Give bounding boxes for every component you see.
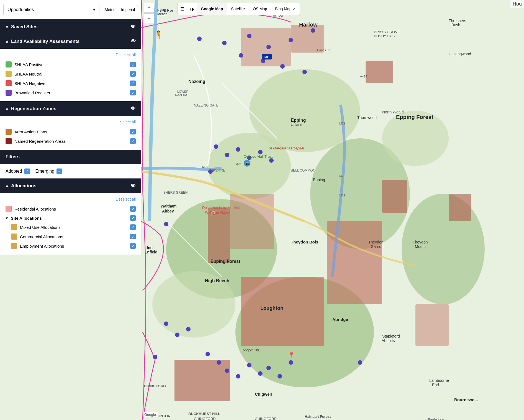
satellite-button[interactable]: Satellite <box>227 3 249 15</box>
svg-text:Upland: Upland <box>291 123 302 127</box>
commercial-allocations-item: Commercial Allocations ✓ <box>6 232 136 241</box>
svg-point-22 <box>247 34 251 38</box>
shlaa-positive-checkbox[interactable]: ✓ <box>130 62 136 67</box>
regeneration-zones-select-all[interactable]: Select all <box>6 120 136 124</box>
svg-point-37 <box>164 222 168 226</box>
svg-text:Epping Forest: Epping Forest <box>210 259 240 264</box>
svg-rect-19 <box>449 194 471 221</box>
allocations-visibility-icon[interactable]: 👁 <box>131 183 136 189</box>
zoom-out-button[interactable]: − <box>144 13 154 23</box>
bing-map-button[interactable]: Bing Map ↗ <box>271 3 300 15</box>
residential-allocations-color <box>6 206 12 212</box>
shlaa-positive-color <box>6 61 12 68</box>
residential-allocations-checkbox[interactable]: ✓ <box>130 206 136 212</box>
allocations-deselect-all[interactable]: Deselect all <box>6 197 136 201</box>
site-allocations-checkbox[interactable]: ✓ <box>130 215 136 221</box>
shlaa-neutral-checkbox[interactable]: ✓ <box>130 71 136 77</box>
land-availability-header[interactable]: ∧ Land Availability Assessments 👁 <box>0 34 141 49</box>
brownfield-register-checkbox[interactable]: ✓ <box>130 90 136 95</box>
svg-text:Meads: Meads <box>157 12 167 16</box>
svg-point-51 <box>358 360 362 365</box>
svg-rect-17 <box>415 304 449 346</box>
svg-point-44 <box>266 366 271 370</box>
allocations-chevron-icon: ∧ <box>6 184 8 188</box>
svg-text:📍: 📍 <box>288 352 295 358</box>
regeneration-zones-content: Select all Area Action Plans ✓ Named Reg… <box>0 116 141 150</box>
contrast-button[interactable]: ◑ <box>187 3 197 15</box>
area-action-plans-color <box>6 129 12 135</box>
metric-button[interactable]: Metric <box>102 5 118 14</box>
commercial-label: Commercial Allocations <box>20 234 63 239</box>
svg-point-39 <box>217 360 221 365</box>
regeneration-zones-header[interactable]: ∧ Regeneration Zones 👁 <box>0 101 141 116</box>
shlaa-neutral-item: SHLAA Neutral ✓ <box>6 69 136 79</box>
saved-sites-header[interactable]: ∨ Saved Sites 👁 <box>0 19 141 34</box>
shlaa-positive-label: SHLAA Positive <box>14 62 43 67</box>
svg-text:Lambourne: Lambourne <box>429 378 449 383</box>
svg-point-47 <box>153 355 157 359</box>
zoom-in-button[interactable]: + <box>144 3 154 13</box>
emerging-filter-item: Emerging ✓ <box>35 168 62 174</box>
imperial-button[interactable]: Imperial <box>118 5 138 14</box>
svg-text:Theydon: Theydon <box>413 240 428 244</box>
shlaa-negative-checkbox[interactable]: ✓ <box>130 81 136 86</box>
regeneration-zones-visibility-icon[interactable]: 👁 <box>131 106 136 112</box>
svg-rect-11 <box>366 61 393 83</box>
adopted-checkbox[interactable]: ✓ <box>24 168 30 174</box>
site-allocations-label: Site Allocations <box>11 216 42 221</box>
named-regeneration-checkbox[interactable]: ✓ <box>130 138 136 144</box>
svg-text:🏨: 🏨 <box>210 210 216 216</box>
svg-point-41 <box>236 374 240 378</box>
svg-text:Epping Forest: Epping Forest <box>396 114 433 120</box>
adopted-label: Adopted <box>6 169 22 174</box>
svg-text:M11: M11 <box>339 194 345 197</box>
svg-text:A414: A414 <box>360 75 367 78</box>
dropdown-arrow-icon: ▾ <box>93 7 95 12</box>
svg-point-28 <box>280 64 285 69</box>
unit-toggle: Metric Imperial <box>102 5 138 14</box>
mixed-use-color <box>11 224 17 230</box>
commercial-checkbox[interactable]: ✓ <box>130 234 136 239</box>
mixed-use-checkbox[interactable]: ✓ <box>130 224 136 230</box>
svg-point-2 <box>208 133 291 199</box>
svg-text:Epping: Epping <box>291 118 306 123</box>
svg-text:Harlow: Harlow <box>299 22 318 28</box>
svg-text:Copped Hall Trust: Copped Hall Trust <box>244 154 273 159</box>
saved-sites-visibility-icon[interactable]: 👁 <box>131 24 136 30</box>
svg-text:Threshers: Threshers <box>449 19 466 23</box>
svg-point-20 <box>197 37 202 41</box>
svg-point-35 <box>269 158 274 163</box>
svg-rect-13 <box>382 180 407 213</box>
employment-label: Employment Allocations <box>20 244 64 248</box>
svg-rect-16 <box>208 208 230 263</box>
svg-text:Garnon: Garnon <box>371 244 384 249</box>
svg-text:BRAYS GROVE: BRAYS GROVE <box>374 30 400 34</box>
land-availability-deselect-all[interactable]: Deselect all <box>6 53 136 57</box>
svg-point-30 <box>214 144 218 149</box>
svg-text:NAZEING: NAZEING <box>175 93 189 97</box>
top-right-region-label: Hou <box>510 0 524 8</box>
allocations-header[interactable]: ∧ Allocations 👁 <box>0 178 141 193</box>
svg-text:Stapleford: Stapleford <box>382 334 400 338</box>
google-logo: Google <box>143 412 158 417</box>
svg-text:BELL COMMON: BELL COMMON <box>291 168 315 172</box>
svg-text:CHINGFORD: CHINGFORD <box>255 417 277 420</box>
filter-row: Adopted ✓ Emerging ✓ <box>6 168 136 174</box>
svg-point-45 <box>278 374 282 378</box>
employment-checkbox[interactable]: ✓ <box>130 243 136 249</box>
employment-allocations-item: Employment Allocations ✓ <box>6 241 136 251</box>
layers-button[interactable]: ☰ <box>178 3 187 15</box>
os-map-button[interactable]: OS Map <box>249 3 271 15</box>
emerging-checkbox[interactable]: ✓ <box>56 168 62 174</box>
google-map-button[interactable]: Google Map <box>197 3 227 15</box>
svg-point-50 <box>186 327 191 331</box>
svg-point-29 <box>302 70 307 74</box>
filters-content: Adopted ✓ Emerging ✓ <box>0 164 141 178</box>
shlaa-neutral-color <box>6 71 12 77</box>
svg-text:Theydon Bois: Theydon Bois <box>291 240 318 244</box>
land-availability-visibility-icon[interactable]: 👁 <box>131 38 136 44</box>
svg-text:Enfield: Enfield <box>145 250 158 254</box>
opportunities-dropdown[interactable]: Opportunities ▾ <box>3 4 99 15</box>
area-action-plans-checkbox[interactable]: ✓ <box>130 129 136 134</box>
svg-point-34 <box>258 150 263 154</box>
